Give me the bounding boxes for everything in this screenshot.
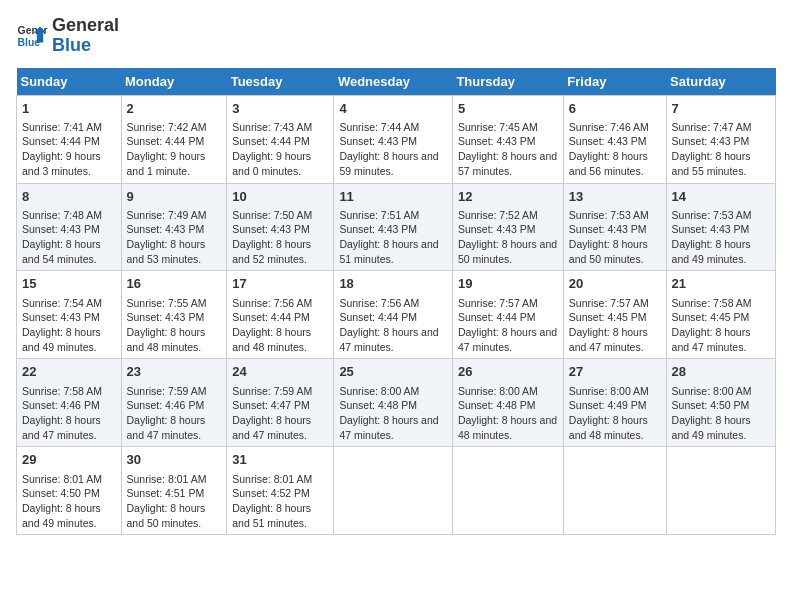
sunset: Sunset: 4:43 PM	[127, 311, 205, 323]
day-header-thursday: Thursday	[452, 68, 563, 96]
sunset: Sunset: 4:43 PM	[339, 135, 417, 147]
daylight: Daylight: 8 hours and 47 minutes.	[569, 326, 648, 353]
calendar-cell: 11 Sunrise: 7:51 AM Sunset: 4:43 PM Dayl…	[334, 183, 453, 271]
sunset: Sunset: 4:44 PM	[232, 311, 310, 323]
daylight: Daylight: 8 hours and 50 minutes.	[458, 238, 557, 265]
daylight: Daylight: 9 hours and 1 minute.	[127, 150, 206, 177]
logo: General Blue General Blue	[16, 16, 119, 56]
day-number: 11	[339, 188, 447, 206]
day-number: 26	[458, 363, 558, 381]
daylight: Daylight: 8 hours and 49 minutes.	[672, 238, 751, 265]
sunset: Sunset: 4:50 PM	[672, 399, 750, 411]
sunset: Sunset: 4:52 PM	[232, 487, 310, 499]
calendar-cell: 25 Sunrise: 8:00 AM Sunset: 4:48 PM Dayl…	[334, 359, 453, 447]
sunrise: Sunrise: 7:47 AM	[672, 121, 752, 133]
day-number: 16	[127, 275, 222, 293]
calendar-cell: 30 Sunrise: 8:01 AM Sunset: 4:51 PM Dayl…	[121, 447, 227, 535]
sunset: Sunset: 4:43 PM	[458, 135, 536, 147]
daylight: Daylight: 8 hours and 49 minutes.	[22, 326, 101, 353]
daylight: Daylight: 8 hours and 47 minutes.	[458, 326, 557, 353]
sunset: Sunset: 4:44 PM	[232, 135, 310, 147]
sunset: Sunset: 4:48 PM	[339, 399, 417, 411]
day-number: 5	[458, 100, 558, 118]
daylight: Daylight: 8 hours and 47 minutes.	[339, 326, 438, 353]
sunrise: Sunrise: 7:45 AM	[458, 121, 538, 133]
daylight: Daylight: 8 hours and 48 minutes.	[569, 414, 648, 441]
daylight: Daylight: 8 hours and 54 minutes.	[22, 238, 101, 265]
header-row: SundayMondayTuesdayWednesdayThursdayFrid…	[17, 68, 776, 96]
day-header-saturday: Saturday	[666, 68, 775, 96]
day-number: 10	[232, 188, 328, 206]
day-number: 28	[672, 363, 770, 381]
calendar-cell	[334, 447, 453, 535]
calendar-cell: 13 Sunrise: 7:53 AM Sunset: 4:43 PM Dayl…	[563, 183, 666, 271]
daylight: Daylight: 8 hours and 49 minutes.	[672, 414, 751, 441]
sunrise: Sunrise: 8:01 AM	[127, 473, 207, 485]
sunset: Sunset: 4:51 PM	[127, 487, 205, 499]
calendar-cell: 27 Sunrise: 8:00 AM Sunset: 4:49 PM Dayl…	[563, 359, 666, 447]
sunset: Sunset: 4:46 PM	[127, 399, 205, 411]
calendar-cell: 1 Sunrise: 7:41 AM Sunset: 4:44 PM Dayli…	[17, 95, 122, 183]
logo-text: General Blue	[52, 16, 119, 56]
week-row-2: 8 Sunrise: 7:48 AM Sunset: 4:43 PM Dayli…	[17, 183, 776, 271]
day-number: 4	[339, 100, 447, 118]
sunrise: Sunrise: 8:01 AM	[232, 473, 312, 485]
day-number: 29	[22, 451, 116, 469]
calendar-cell: 28 Sunrise: 8:00 AM Sunset: 4:50 PM Dayl…	[666, 359, 775, 447]
calendar-cell: 22 Sunrise: 7:58 AM Sunset: 4:46 PM Dayl…	[17, 359, 122, 447]
sunrise: Sunrise: 7:58 AM	[672, 297, 752, 309]
sunrise: Sunrise: 7:53 AM	[569, 209, 649, 221]
week-row-1: 1 Sunrise: 7:41 AM Sunset: 4:44 PM Dayli…	[17, 95, 776, 183]
day-number: 13	[569, 188, 661, 206]
sunrise: Sunrise: 7:42 AM	[127, 121, 207, 133]
calendar-cell: 14 Sunrise: 7:53 AM Sunset: 4:43 PM Dayl…	[666, 183, 775, 271]
daylight: Daylight: 8 hours and 47 minutes.	[22, 414, 101, 441]
sunset: Sunset: 4:49 PM	[569, 399, 647, 411]
sunrise: Sunrise: 7:56 AM	[339, 297, 419, 309]
sunrise: Sunrise: 7:56 AM	[232, 297, 312, 309]
sunset: Sunset: 4:43 PM	[672, 135, 750, 147]
day-number: 27	[569, 363, 661, 381]
calendar-cell: 6 Sunrise: 7:46 AM Sunset: 4:43 PM Dayli…	[563, 95, 666, 183]
day-number: 6	[569, 100, 661, 118]
calendar-cell: 19 Sunrise: 7:57 AM Sunset: 4:44 PM Dayl…	[452, 271, 563, 359]
daylight: Daylight: 8 hours and 48 minutes.	[127, 326, 206, 353]
sunrise: Sunrise: 7:46 AM	[569, 121, 649, 133]
calendar-cell: 23 Sunrise: 7:59 AM Sunset: 4:46 PM Dayl…	[121, 359, 227, 447]
day-number: 22	[22, 363, 116, 381]
calendar-cell: 15 Sunrise: 7:54 AM Sunset: 4:43 PM Dayl…	[17, 271, 122, 359]
sunset: Sunset: 4:43 PM	[339, 223, 417, 235]
day-header-monday: Monday	[121, 68, 227, 96]
calendar-cell	[452, 447, 563, 535]
sunrise: Sunrise: 7:51 AM	[339, 209, 419, 221]
sunset: Sunset: 4:43 PM	[127, 223, 205, 235]
daylight: Daylight: 9 hours and 0 minutes.	[232, 150, 311, 177]
daylight: Daylight: 8 hours and 56 minutes.	[569, 150, 648, 177]
daylight: Daylight: 8 hours and 50 minutes.	[569, 238, 648, 265]
daylight: Daylight: 8 hours and 47 minutes.	[339, 414, 438, 441]
sunrise: Sunrise: 8:00 AM	[339, 385, 419, 397]
sunset: Sunset: 4:45 PM	[569, 311, 647, 323]
sunrise: Sunrise: 7:54 AM	[22, 297, 102, 309]
calendar-cell: 5 Sunrise: 7:45 AM Sunset: 4:43 PM Dayli…	[452, 95, 563, 183]
daylight: Daylight: 8 hours and 48 minutes.	[232, 326, 311, 353]
week-row-5: 29 Sunrise: 8:01 AM Sunset: 4:50 PM Dayl…	[17, 447, 776, 535]
day-number: 1	[22, 100, 116, 118]
daylight: Daylight: 8 hours and 47 minutes.	[232, 414, 311, 441]
day-number: 2	[127, 100, 222, 118]
daylight: Daylight: 8 hours and 48 minutes.	[458, 414, 557, 441]
day-number: 18	[339, 275, 447, 293]
calendar-cell: 9 Sunrise: 7:49 AM Sunset: 4:43 PM Dayli…	[121, 183, 227, 271]
daylight: Daylight: 9 hours and 3 minutes.	[22, 150, 101, 177]
calendar-cell: 12 Sunrise: 7:52 AM Sunset: 4:43 PM Dayl…	[452, 183, 563, 271]
daylight: Daylight: 8 hours and 57 minutes.	[458, 150, 557, 177]
sunrise: Sunrise: 7:57 AM	[569, 297, 649, 309]
sunset: Sunset: 4:43 PM	[569, 223, 647, 235]
sunrise: Sunrise: 8:00 AM	[458, 385, 538, 397]
logo-icon: General Blue	[16, 20, 48, 52]
calendar-cell: 3 Sunrise: 7:43 AM Sunset: 4:44 PM Dayli…	[227, 95, 334, 183]
sunrise: Sunrise: 7:53 AM	[672, 209, 752, 221]
calendar-cell: 17 Sunrise: 7:56 AM Sunset: 4:44 PM Dayl…	[227, 271, 334, 359]
calendar-cell: 7 Sunrise: 7:47 AM Sunset: 4:43 PM Dayli…	[666, 95, 775, 183]
sunset: Sunset: 4:43 PM	[458, 223, 536, 235]
